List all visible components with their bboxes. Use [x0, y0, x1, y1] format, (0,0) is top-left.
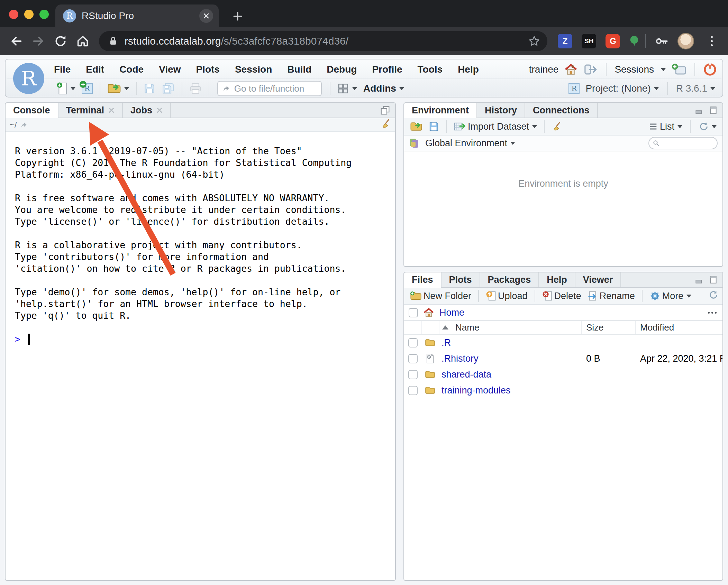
close-icon[interactable] [156, 107, 163, 113]
extension-zotero-button[interactable]: Z [558, 34, 572, 48]
menu-help[interactable]: Help [458, 64, 479, 75]
addins-button[interactable]: Addins [362, 81, 406, 96]
goto-file-input[interactable] [234, 83, 317, 94]
user-home-icon[interactable] [564, 63, 578, 76]
column-header-size[interactable]: Size [581, 321, 635, 334]
tab-help[interactable]: Help [539, 272, 575, 287]
minimize-pane-icon[interactable] [695, 275, 704, 284]
new-file-button[interactable] [55, 81, 77, 96]
console-prompt-line[interactable]: > [15, 333, 395, 345]
more-columns-button[interactable] [707, 312, 718, 314]
save-workspace-button[interactable] [427, 119, 441, 134]
tab-close-button[interactable] [199, 9, 213, 23]
quit-power-icon[interactable] [703, 63, 717, 76]
load-workspace-button[interactable] [408, 119, 424, 134]
console-output[interactable]: R version 3.6.1 (2019-07-05) -- "Action … [6, 132, 395, 580]
extension-sh-button[interactable]: SH [582, 34, 596, 48]
goto-file-search[interactable] [217, 81, 322, 96]
breadcrumb-home-link[interactable]: Home [439, 307, 464, 318]
tab-console[interactable]: Console [6, 103, 58, 118]
environment-search[interactable] [648, 137, 718, 149]
browser-menu-button[interactable] [702, 31, 722, 51]
extension-grammarly-button[interactable]: G [606, 34, 620, 48]
file-checkbox[interactable] [408, 338, 418, 347]
password-manager-button[interactable] [652, 31, 672, 51]
profile-avatar[interactable] [677, 33, 694, 49]
print-button[interactable] [188, 81, 203, 96]
menu-build[interactable]: Build [287, 64, 311, 75]
save-button[interactable] [142, 81, 157, 96]
refresh-environment-button[interactable] [697, 119, 718, 134]
maximize-window-button[interactable] [39, 10, 49, 19]
file-row[interactable]: .Rhistory 0 B Apr 22, 2020, 3:21 P [404, 351, 722, 366]
menu-code[interactable]: Code [119, 64, 144, 75]
menu-profile[interactable]: Profile [372, 64, 402, 75]
maximize-pane-icon[interactable] [709, 275, 718, 284]
file-checkbox[interactable] [408, 386, 418, 395]
close-window-button[interactable] [9, 10, 18, 19]
address-bar[interactable]: rstudio.ccdatalab.org/s/5c3afcfc78a318b0… [99, 31, 547, 51]
maximize-pane-icon[interactable] [709, 106, 718, 115]
file-name-link[interactable]: .R [442, 337, 451, 348]
environment-search-input[interactable] [662, 138, 713, 148]
tab-terminal[interactable]: Terminal [58, 103, 123, 118]
tab-packages[interactable]: Packages [480, 272, 539, 287]
goto-directory-icon[interactable] [20, 121, 28, 129]
file-name-link[interactable]: shared-data [442, 369, 491, 380]
tab-viewer[interactable]: Viewer [575, 272, 621, 287]
sign-out-icon[interactable] [583, 63, 598, 76]
tab-jobs[interactable]: Jobs [123, 103, 171, 118]
more-button[interactable]: More [648, 288, 693, 304]
home-button[interactable] [73, 31, 93, 51]
menu-plots[interactable]: Plots [196, 64, 219, 75]
file-row[interactable]: shared-data [404, 366, 722, 382]
project-menu[interactable]: Project: (None) [584, 81, 660, 96]
clear-environment-button[interactable] [550, 119, 564, 134]
sessions-menu[interactable]: Sessions [615, 64, 654, 75]
open-file-button[interactable] [106, 81, 131, 96]
refresh-files-button[interactable] [708, 290, 718, 303]
environment-scope-select[interactable]: Global Environment [424, 136, 517, 151]
list-view-button[interactable]: List [647, 119, 684, 134]
reload-button[interactable] [51, 31, 71, 51]
pane-layout-button[interactable] [336, 81, 359, 96]
column-header-name[interactable]: Name [439, 321, 581, 334]
restore-pane-icon[interactable] [380, 105, 390, 115]
tab-history[interactable]: History [477, 103, 525, 118]
new-tab-button[interactable] [229, 8, 246, 25]
r-version-menu[interactable]: R 3.6.1 [674, 81, 717, 96]
file-checkbox[interactable] [408, 370, 418, 379]
file-row[interactable]: .R [404, 335, 722, 351]
minimize-window-button[interactable] [24, 10, 34, 19]
menu-tools[interactable]: Tools [418, 64, 443, 75]
extension-balloon-icon[interactable] [629, 32, 640, 50]
tab-plots[interactable]: Plots [442, 272, 480, 287]
new-folder-button[interactable]: New Folder [408, 288, 473, 304]
save-all-button[interactable] [160, 81, 176, 96]
menu-file[interactable]: File [54, 64, 71, 75]
tab-connections[interactable]: Connections [525, 103, 598, 118]
new-project-button[interactable]: R [80, 81, 94, 96]
file-name-link[interactable]: .Rhistory [442, 353, 479, 364]
new-session-icon[interactable] [671, 63, 686, 76]
back-button[interactable] [6, 31, 26, 51]
close-icon[interactable] [108, 107, 115, 113]
upload-button[interactable]: Upload [484, 288, 529, 304]
tab-files[interactable]: Files [404, 272, 442, 287]
select-all-checkbox[interactable] [409, 308, 418, 317]
file-row[interactable]: training-modules [404, 382, 722, 398]
menu-session[interactable]: Session [235, 64, 272, 75]
forward-button[interactable] [28, 31, 48, 51]
delete-button[interactable]: Delete [540, 288, 583, 304]
rename-button[interactable]: Rename [586, 288, 637, 304]
file-name-link[interactable]: training-modules [442, 385, 511, 396]
import-dataset-button[interactable]: Import Dataset [452, 119, 539, 134]
browser-tab[interactable]: R RStudio Pro [55, 4, 219, 27]
tab-environment[interactable]: Environment [404, 103, 477, 118]
minimize-pane-icon[interactable] [695, 106, 704, 115]
bookmark-star-icon[interactable] [528, 35, 540, 47]
file-checkbox[interactable] [408, 354, 418, 363]
column-header-modified[interactable]: Modified [635, 321, 722, 334]
menu-view[interactable]: View [159, 64, 181, 75]
menu-edit[interactable]: Edit [86, 64, 104, 75]
